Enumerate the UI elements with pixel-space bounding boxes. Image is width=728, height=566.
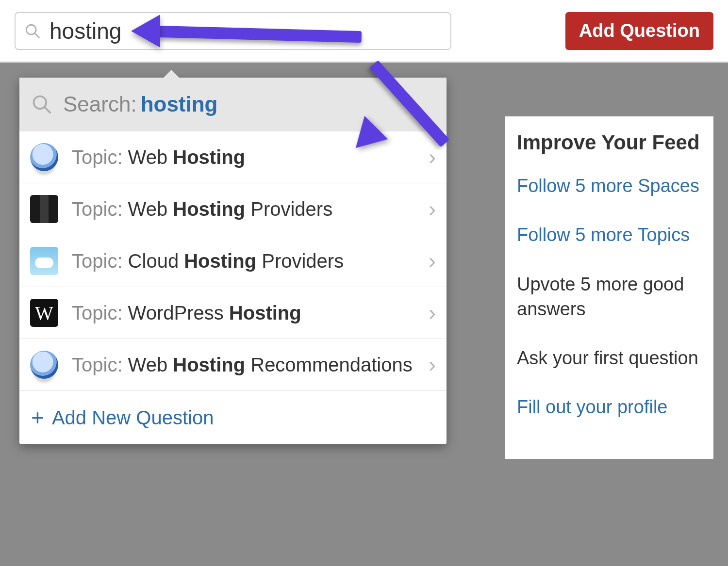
feed-item[interactable]: Ask your first question xyxy=(517,346,701,371)
cloud-icon xyxy=(30,247,58,275)
search-suggestions-dropdown: Search: hosting Topic: Web Hosting›Topic… xyxy=(19,78,447,444)
globe-icon xyxy=(30,351,58,379)
feed-item[interactable]: Upvote 5 more good answers xyxy=(517,272,701,322)
suggestion-label: Topic: WordPress Hosting xyxy=(72,302,424,324)
plus-icon: + xyxy=(31,404,44,431)
suggestion-label: Topic: Web Hosting xyxy=(72,146,424,168)
suggestion-label: Topic: Web Hosting Recommendations xyxy=(72,354,424,376)
chevron-right-icon: › xyxy=(429,249,436,273)
servers-icon xyxy=(30,195,58,223)
search-suggestion-header[interactable]: Search: hosting xyxy=(19,78,447,131)
search-icon xyxy=(24,23,41,39)
search-input[interactable] xyxy=(50,18,442,44)
search-icon xyxy=(31,94,52,115)
globe-icon xyxy=(30,143,58,171)
chevron-right-icon: › xyxy=(429,301,436,325)
suggestion-item[interactable]: Topic: Web Hosting› xyxy=(19,131,447,183)
feed-item[interactable]: Fill out your profile xyxy=(517,395,701,420)
chevron-right-icon: › xyxy=(429,353,436,377)
add-new-question-label: Add New Question xyxy=(52,407,214,429)
feed-item[interactable]: Follow 5 more Topics xyxy=(517,223,701,247)
search-box[interactable] xyxy=(15,12,451,50)
suggestion-item[interactable]: Topic: Web Hosting Providers› xyxy=(19,183,447,235)
svg-point-0 xyxy=(26,25,36,34)
suggestion-label: Topic: Web Hosting Providers xyxy=(72,198,424,220)
svg-point-2 xyxy=(34,97,47,109)
suggestion-item[interactable]: Topic: Web Hosting Recommendations› xyxy=(19,339,447,390)
svg-line-3 xyxy=(45,107,51,113)
improve-feed-panel: Improve Your Feed Follow 5 more Spaces F… xyxy=(505,116,713,459)
search-header-term: hosting xyxy=(141,92,218,116)
add-question-button[interactable]: Add Question xyxy=(565,12,713,50)
feed-title: Improve Your Feed xyxy=(517,131,701,154)
top-bar: Add Question xyxy=(0,0,728,63)
search-header-label: Search: xyxy=(63,92,137,116)
suggestion-item[interactable]: WTopic: WordPress Hosting› xyxy=(19,287,447,339)
wp-icon: W xyxy=(30,299,58,327)
svg-line-1 xyxy=(34,33,39,38)
add-new-question-link[interactable]: + Add New Question xyxy=(19,390,447,444)
suggestion-item[interactable]: Topic: Cloud Hosting Providers› xyxy=(19,235,447,287)
suggestion-label: Topic: Cloud Hosting Providers xyxy=(72,250,424,272)
chevron-right-icon: › xyxy=(429,197,436,221)
feed-item[interactable]: Follow 5 more Spaces xyxy=(517,174,701,198)
chevron-right-icon: › xyxy=(429,145,436,169)
